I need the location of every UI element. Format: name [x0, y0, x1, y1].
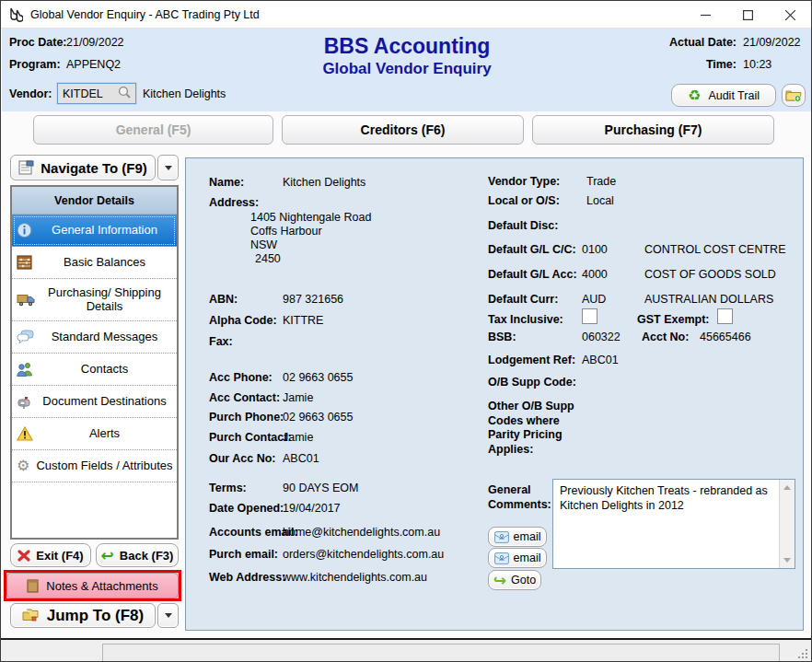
- comments-scrollbar[interactable]: [779, 480, 795, 568]
- sidebar-item-label: General Information: [52, 224, 157, 238]
- sidebar-item-label: Purchasing/ Shipping Details: [36, 286, 173, 314]
- header: Proc Date: 21/09/2022 Program: APPENQ2 B…: [2, 29, 812, 111]
- tab-creditors[interactable]: Creditors (F6): [282, 115, 524, 145]
- jump-to-button[interactable]: Jump To (F8): [10, 603, 156, 628]
- purch-email-button[interactable]: email: [488, 548, 547, 568]
- notes-attachments-button[interactable]: Notes & Attachments: [6, 573, 179, 598]
- scroll-down-icon: [783, 558, 791, 563]
- lodgement-ref-value: ABC01: [582, 354, 619, 366]
- chevron-down-icon: [165, 613, 172, 618]
- sidebar-item-custom-fields[interactable]: ⚙ Custom Fields / Attributes: [12, 450, 177, 482]
- acct-no-value: 45665466: [700, 331, 751, 343]
- accounts-email-button[interactable]: email: [488, 527, 547, 547]
- sidebar-item-standard-messages[interactable]: Standard Messages: [12, 321, 177, 354]
- scroll-up-icon: [783, 485, 791, 490]
- general-comments-text: Previously Kitchen Treats - rebranded as…: [560, 484, 768, 512]
- exit-button[interactable]: Exit (F4): [10, 543, 91, 567]
- default-gl-acc-value: 4000: [582, 268, 608, 281]
- back-button[interactable]: ↩ Back (F3): [96, 543, 179, 567]
- status-message-area: [102, 644, 780, 662]
- purch-phone-value: 02 9663 0655: [283, 411, 353, 424]
- resize-grip-icon[interactable]: [796, 647, 807, 658]
- our-acc-no-value: ABC01: [283, 452, 319, 465]
- audit-trail-button[interactable]: ♻ Audit Trail: [671, 84, 776, 107]
- fax-label: Fax:: [209, 335, 233, 348]
- notes-attachments-label: Notes & Attachments: [46, 579, 157, 593]
- actual-date-value: 21/09/2022: [743, 36, 801, 49]
- chevron-down-icon: [165, 166, 172, 170]
- default-disc-label: Default Disc:: [488, 219, 558, 232]
- program-value: APPENQ2: [66, 58, 121, 71]
- maximize-button[interactable]: [726, 1, 769, 29]
- sidebar-item-label: Alerts: [89, 427, 120, 441]
- abn-label: ABN:: [209, 293, 238, 306]
- web-address-label: Web Address:: [209, 571, 285, 584]
- sidebar-item-label: Contacts: [81, 363, 128, 377]
- sidebar-item-basic-balances[interactable]: Basic Balances: [12, 247, 177, 279]
- default-curr-desc: AUSTRALIAN DOLLARS: [644, 293, 773, 306]
- purch-email-value: orders@kitchendelights.com.au: [283, 548, 444, 561]
- time-label: Time:: [665, 58, 737, 71]
- address-line-3: NSW: [250, 238, 277, 251]
- name-label: Name:: [209, 176, 244, 189]
- goto-website-button[interactable]: ↪ Goto: [488, 570, 541, 590]
- alpha-code-label: Alpha Code:: [209, 314, 277, 327]
- accounts-email-value: home@kitchendelights.com.au: [283, 526, 440, 539]
- general-comments-box[interactable]: Previously Kitchen Treats - rebranded as…: [552, 479, 795, 569]
- time-value: 10:23: [743, 58, 771, 71]
- close-icon: [785, 10, 795, 20]
- purch-phone-label: Purch Phone:: [209, 411, 284, 424]
- address-label: Address:: [209, 196, 259, 209]
- sidebar-item-document-destinations[interactable]: Document Destinations: [12, 386, 177, 418]
- sidebar-item-label: Basic Balances: [64, 256, 145, 270]
- address-line-4: 2450: [255, 252, 281, 265]
- status-bar: [1, 640, 811, 662]
- back-label: Back (F3): [120, 549, 174, 563]
- sidebar-item-contacts[interactable]: Contacts: [12, 354, 177, 386]
- goto-button-label: Goto: [511, 574, 536, 587]
- lodgement-ref-label: Lodgement Ref:: [488, 354, 575, 366]
- notes-attachments-highlight: Notes & Attachments: [4, 570, 181, 601]
- address-line-1: 1405 Nightengale Road: [250, 211, 371, 224]
- vendor-name: Kitchen Delights: [143, 87, 226, 100]
- form-list-icon: [18, 160, 34, 175]
- window-title: Global Vendor Enquiry - ABC Trading Pty …: [30, 8, 260, 21]
- acc-phone-label: Acc Phone:: [209, 371, 273, 384]
- alpha-code-value: KITTRE: [283, 314, 323, 327]
- sidebar-header: Vendor Details: [12, 187, 177, 215]
- general-comments-label: General Comments:: [488, 483, 556, 512]
- default-gl-cc-label: Default G/L C/C:: [488, 243, 576, 256]
- navigate-to-button[interactable]: Navigate To (F9): [10, 155, 156, 180]
- our-acc-no-label: Our Acc No:: [209, 452, 275, 465]
- default-gl-acc-label: Default G/L Acc:: [488, 268, 577, 281]
- sidebar-item-alerts[interactable]: Alerts: [12, 418, 177, 450]
- vendor-lookup-icon[interactable]: [118, 86, 132, 103]
- delivery-truck-icon: [17, 293, 35, 307]
- gear-icon: ⚙: [17, 459, 29, 473]
- default-gl-cc-value: 0100: [582, 243, 608, 256]
- tab-purchasing[interactable]: Purchasing (F7): [532, 115, 774, 145]
- attachments-folder-button[interactable]: [782, 84, 806, 107]
- info-circle-icon: [17, 223, 32, 238]
- minimize-button[interactable]: [684, 1, 726, 29]
- tab-general[interactable]: General (F5): [33, 115, 273, 145]
- jump-to-dropdown[interactable]: [157, 603, 179, 628]
- navigate-to-dropdown[interactable]: [157, 155, 179, 180]
- sidebar-item-purchasing-shipping[interactable]: Purchasing/ Shipping Details: [12, 279, 177, 321]
- proc-date-label: Proc Date:: [9, 36, 67, 49]
- minimize-icon: [701, 10, 711, 20]
- screen-title: Global Vendor Enquiry: [223, 60, 591, 78]
- gst-exempt-label: GST Exempt:: [637, 313, 710, 326]
- local-os-label: Local or O/S:: [488, 194, 560, 207]
- terms-value: 90 DAYS EOM: [283, 482, 358, 494]
- titlebar: Global Vendor Enquiry - ABC Trading Pty …: [1, 1, 811, 29]
- abn-value: 987 321656: [283, 293, 343, 306]
- gst-exempt-checkbox[interactable]: [717, 308, 733, 324]
- tax-inclusive-checkbox[interactable]: [582, 308, 597, 324]
- maximize-icon: [743, 10, 753, 20]
- close-button[interactable]: [769, 1, 811, 29]
- sidebar-item-label: Document Destinations: [42, 395, 166, 409]
- sidebar-item-general-information[interactable]: General Information: [12, 215, 177, 247]
- other-ob-supp-label: Other O/B Supp Codes where Parity Pricin…: [488, 400, 582, 457]
- purch-contact-label: Purch Contact:: [209, 431, 292, 444]
